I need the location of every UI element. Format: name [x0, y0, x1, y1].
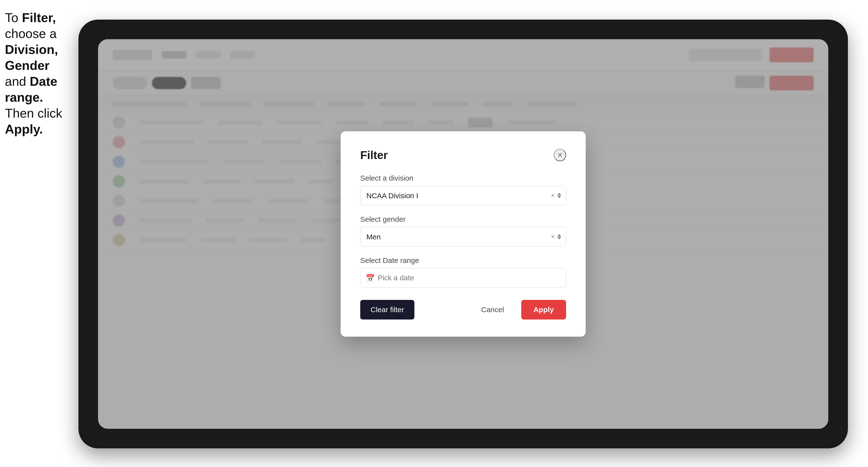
tablet-frame: Filter × Select a division NCAA Division…: [79, 20, 848, 448]
division-label: Select a division: [360, 174, 566, 182]
gender-form-group: Select gender Men ×: [360, 215, 566, 247]
gender-select[interactable]: Men: [360, 227, 566, 247]
modal-footer: Clear filter Cancel Apply: [360, 300, 566, 319]
date-input[interactable]: [360, 268, 566, 288]
filter-modal: Filter × Select a division NCAA Division…: [341, 131, 586, 337]
modal-title: Filter: [360, 149, 388, 162]
gender-clear-icon[interactable]: ×: [551, 233, 555, 241]
apply-button[interactable]: Apply: [521, 300, 566, 319]
gender-select-wrapper: Men ×: [360, 227, 566, 247]
modal-header: Filter ×: [360, 149, 566, 162]
division-select-wrapper: NCAA Division I ×: [360, 186, 566, 205]
date-form-group: Select Date range 📅: [360, 256, 566, 288]
instruction-line1: To Filter, choose a: [5, 10, 57, 41]
instruction-line4: Then click Apply.: [5, 106, 62, 136]
modal-overlay: Filter × Select a division NCAA Division…: [98, 39, 828, 429]
instruction-text: To Filter, choose a Division, Gender and…: [5, 10, 83, 137]
tablet-screen: Filter × Select a division NCAA Division…: [98, 39, 828, 429]
date-input-wrapper: 📅: [360, 268, 566, 288]
clear-filter-button[interactable]: Clear filter: [360, 300, 414, 319]
gender-label: Select gender: [360, 215, 566, 223]
instruction-bold2: Division, Gender: [5, 42, 58, 72]
modal-footer-right: Cancel Apply: [471, 300, 566, 319]
instruction-line3: and Date range.: [5, 74, 57, 104]
date-label: Select Date range: [360, 256, 566, 264]
division-form-group: Select a division NCAA Division I ×: [360, 174, 566, 205]
division-clear-icon[interactable]: ×: [551, 192, 555, 199]
modal-close-button[interactable]: ×: [554, 149, 566, 161]
division-select[interactable]: NCAA Division I: [360, 186, 566, 205]
cancel-button[interactable]: Cancel: [471, 300, 514, 319]
